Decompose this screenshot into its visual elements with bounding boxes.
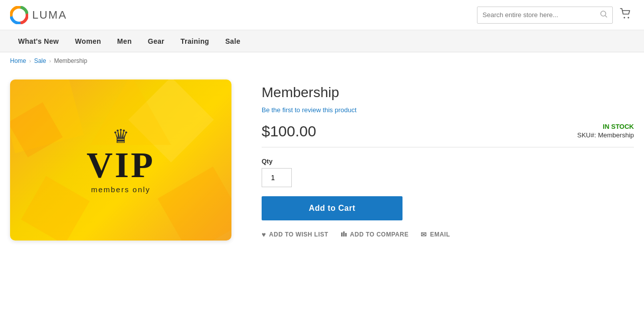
product-image-area: ♛ VIP members only [10,80,231,241]
review-link[interactable]: Be the first to review this product [262,106,357,114]
product-info: Membership Be the first to review this p… [262,80,634,241]
compare-label: ADD TO COMPARE [350,231,409,238]
search-bar [477,7,613,24]
vip-decoration-2 [21,176,90,241]
breadcrumb: Home › Sale › Membership [0,52,644,69]
nav-item-training[interactable]: Training [173,30,217,52]
email-label: EMAIL [430,231,450,238]
stock-status: IN STOCK [577,123,634,130]
price-stock-row: $100.00 IN STOCK SKU#: Membership [262,123,634,147]
add-to-wishlist-link[interactable]: ♥ ADD TO WISH LIST [262,230,329,239]
product-title: Membership [262,85,634,101]
svg-line-2 [605,16,607,17]
cart-button[interactable] [618,6,634,24]
nav-item-whats-new[interactable]: What's New [10,30,67,52]
vip-crown-icon: ♛ [87,127,155,146]
vip-decoration-3 [10,102,63,157]
wishlist-label: ADD TO WISH LIST [269,231,329,238]
add-to-compare-link[interactable]: ADD TO COMPARE [341,230,409,239]
search-input[interactable] [477,11,595,19]
sku-label: SKU#: [577,131,596,139]
add-to-cart-button[interactable]: Add to Cart [262,196,403,220]
compare-icon [341,230,347,239]
vip-card: ♛ VIP members only [10,80,231,241]
email-icon: ✉ [421,230,427,239]
svg-rect-5 [341,232,343,236]
sku-value: Membership [598,131,634,139]
cart-icon [620,8,632,19]
product-price: $100.00 [262,123,316,140]
qty-section: Qty [262,157,634,187]
nav: What's New Women Men Gear Training Sale [0,30,644,52]
luma-logo-icon [10,6,28,24]
nav-item-sale[interactable]: Sale [217,30,249,52]
sku-row: SKU#: Membership [577,131,634,139]
header-right [477,6,634,24]
breadcrumb-sale[interactable]: Sale [34,57,46,64]
nav-item-women[interactable]: Women [67,30,109,52]
vip-content: ♛ VIP members only [87,127,155,194]
email-link[interactable]: ✉ EMAIL [421,230,450,239]
search-icon [600,11,607,18]
stock-sku-area: IN STOCK SKU#: Membership [577,123,634,139]
heart-icon: ♥ [262,230,266,239]
breadcrumb-sep-1: › [29,58,31,64]
svg-rect-7 [345,233,347,236]
actions-row: ♥ ADD TO WISH LIST ADD TO COMPARE ✉ EMAI… [262,230,634,239]
main-content: ♛ VIP members only Membership Be the fir… [0,69,644,261]
logo-area: LUMA [10,6,67,24]
nav-item-gear[interactable]: Gear [140,30,173,52]
qty-input[interactable] [262,168,292,187]
header: LUMA [0,0,644,30]
vip-members-text: members only [87,185,155,194]
svg-point-4 [628,17,629,18]
vip-label: VIP [87,147,155,183]
compare-bars-icon [341,230,347,237]
nav-item-men[interactable]: Men [109,30,140,52]
qty-label: Qty [262,157,634,165]
logo-text: LUMA [32,9,67,22]
breadcrumb-sep-2: › [49,58,51,64]
search-button[interactable] [595,11,612,20]
svg-point-3 [624,17,625,18]
breadcrumb-home[interactable]: Home [10,57,26,64]
product-image-wrapper: ♛ VIP members only [10,80,231,241]
svg-rect-6 [343,231,345,236]
breadcrumb-current: Membership [54,57,87,64]
